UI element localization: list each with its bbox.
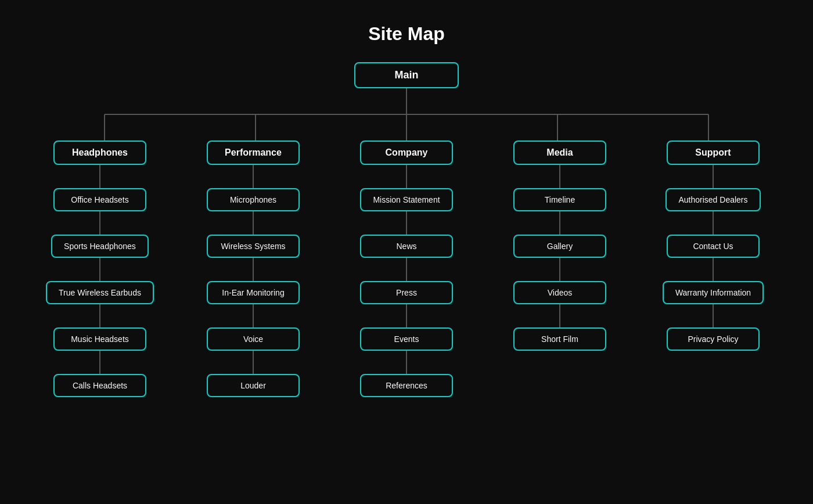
child-authorised-dealers[interactable]: Authorised Dealers [665,188,760,211]
child-short-film[interactable]: Short Film [513,327,606,351]
children-support: Authorised Dealers Contact Us Warranty I… [642,165,784,351]
child-voice[interactable]: Voice [207,327,300,351]
child-events[interactable]: Events [360,327,453,351]
child-wireless-systems[interactable]: Wireless Systems [207,235,300,258]
child-timeline[interactable]: Timeline [513,188,606,211]
level1-media: Media [513,141,606,165]
page-title: Site Map [0,0,813,62]
child-true-wireless-earbuds[interactable]: True Wireless Earbuds [46,281,154,304]
column-performance: Performance [182,141,324,165]
child-references[interactable]: References [360,374,453,397]
child-microphones[interactable]: Microphones [207,188,300,211]
child-office-headsets[interactable]: Office Headsets [53,188,146,211]
column-media: Media [489,141,631,165]
child-videos[interactable]: Videos [513,281,606,304]
tree-lines-svg [29,88,784,141]
root-node: Main [354,62,459,88]
child-warranty-information[interactable]: Warranty Information [663,281,764,304]
level1-performance: Performance [207,141,300,165]
children-media: Timeline Gallery Videos Short Film [489,165,631,351]
child-louder[interactable]: Louder [207,374,300,397]
child-gallery[interactable]: Gallery [513,235,606,258]
child-sports-headphones[interactable]: Sports Headphones [51,235,149,258]
children-company: Mission Statement News Press Events Refe… [336,165,477,397]
child-privacy-policy[interactable]: Privacy Policy [667,327,760,351]
column-company: Company [336,141,477,165]
level1-support: Support [667,141,760,165]
children-headphones: Office Headsets Sports Headphones True W… [29,165,171,397]
level1-headphones: Headphones [53,141,146,165]
child-contact-us[interactable]: Contact Us [667,235,760,258]
child-mission-statement[interactable]: Mission Statement [360,188,453,211]
child-press[interactable]: Press [360,281,453,304]
column-support: Support [642,141,784,165]
children-performance: Microphones Wireless Systems In-Ear Moni… [182,165,324,397]
child-calls-headsets[interactable]: Calls Headsets [53,374,146,397]
child-news[interactable]: News [360,235,453,258]
child-music-headsets[interactable]: Music Headsets [53,327,146,351]
level1-company: Company [360,141,453,165]
column-headphones: Headphones [29,141,171,165]
child-in-ear-monitoring[interactable]: In-Ear Monitoring [207,281,300,304]
